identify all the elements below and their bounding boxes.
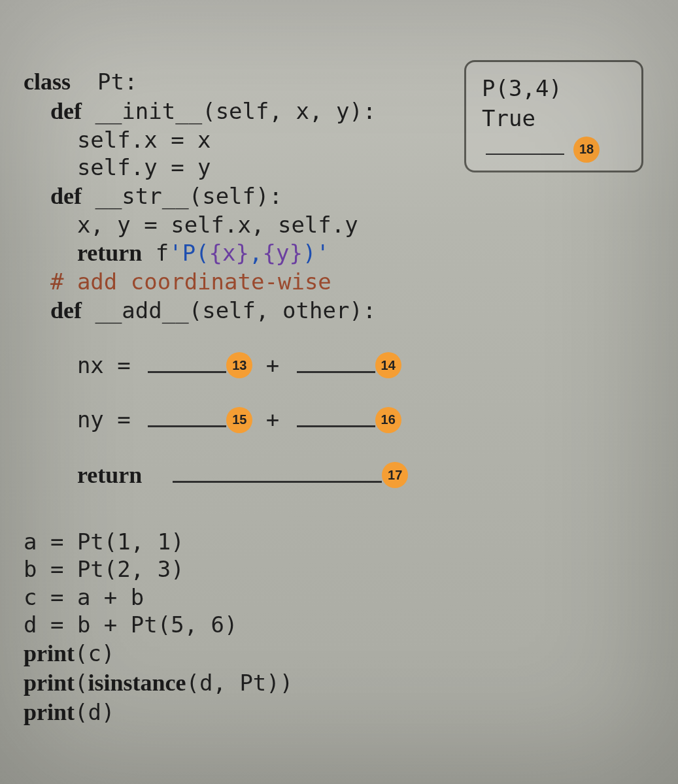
badge-15: 15 <box>226 407 252 433</box>
code-nx-pre: nx = <box>77 352 144 378</box>
fstr-p: P( <box>182 240 209 266</box>
kw-return: return <box>77 240 142 266</box>
indent-7 <box>24 240 77 266</box>
code-l14c-rest: (d) <box>75 699 114 725</box>
indent-ret <box>24 462 77 488</box>
code-l6: x, y = self.x, self.y <box>24 212 358 238</box>
gap <box>24 490 678 516</box>
code-l5-rest: __str__(self): <box>82 183 282 209</box>
code-nx-plus: + <box>252 352 292 378</box>
args: (d, Pt)) <box>186 670 294 696</box>
kw-class: class <box>24 69 71 95</box>
code-l9-rest: __add__(self, other): <box>82 297 376 323</box>
kw-print: print <box>24 670 75 696</box>
indent-2 <box>24 98 50 124</box>
kw-isinstance: isinstance <box>88 670 186 696</box>
blank-16[interactable] <box>297 412 375 427</box>
gap <box>24 434 678 461</box>
indent-nx <box>24 352 77 378</box>
output-line-1: P(3,4) <box>482 74 632 104</box>
indent-8 <box>24 269 50 295</box>
indent-ny <box>24 406 77 433</box>
kw-def: def <box>50 98 82 124</box>
blank-15[interactable] <box>148 412 226 427</box>
code-ny-plus: + <box>252 406 292 433</box>
kw-def: def <box>50 183 82 209</box>
fstr-q2: ' <box>316 240 329 266</box>
code-l2-rest: __init__(self, x, y): <box>82 98 376 124</box>
kw-print: print <box>24 699 75 725</box>
code-ny-pre: ny = <box>77 406 144 433</box>
open-paren: ( <box>75 670 88 696</box>
badge-18: 18 <box>573 137 600 163</box>
code-l12: c = a + b <box>24 584 144 610</box>
indent-9 <box>24 297 50 323</box>
blank-17[interactable] <box>173 467 382 482</box>
expected-output-box: P(3,4) True 18 <box>464 60 643 172</box>
code-l4: self.y = y <box>24 154 211 180</box>
sp <box>142 462 169 488</box>
badge-13: 13 <box>226 352 252 378</box>
code-l3: self.x = x <box>24 127 211 153</box>
code-l13: d = b + Pt(5, 6) <box>24 612 238 638</box>
code-l10: a = Pt(1, 1) <box>24 529 184 555</box>
gap <box>24 380 678 406</box>
indent-5 <box>24 183 50 209</box>
kw-def: def <box>50 297 82 323</box>
fstr-comma: , <box>249 240 262 266</box>
fstr-close: ) <box>303 240 316 266</box>
code-comment: # add coordinate-wise <box>50 269 331 295</box>
output-line-3: 18 <box>482 138 632 164</box>
fstr-x: {x} <box>209 240 249 266</box>
exercise-page: class Pt: def __init__(self, x, y): self… <box>0 0 678 784</box>
code-l11: b = Pt(2, 3) <box>24 556 184 582</box>
badge-17: 17 <box>382 462 408 488</box>
kw-print: print <box>24 640 75 666</box>
code-l1-rest: Pt: <box>71 69 137 95</box>
blank-18[interactable] <box>486 147 564 155</box>
output-line-2: True <box>482 104 632 134</box>
kw-return: return <box>77 462 142 488</box>
blank-13[interactable] <box>148 357 226 372</box>
badge-16: 16 <box>375 407 401 433</box>
gap <box>24 325 678 351</box>
f-prefix: f <box>142 240 169 266</box>
code-l14a-rest: (c) <box>75 640 114 666</box>
badge-14: 14 <box>375 352 401 378</box>
fstr-q1: ' <box>169 240 182 266</box>
gap <box>24 516 678 528</box>
blank-14[interactable] <box>297 357 375 372</box>
fstr-y: {y} <box>263 240 303 266</box>
